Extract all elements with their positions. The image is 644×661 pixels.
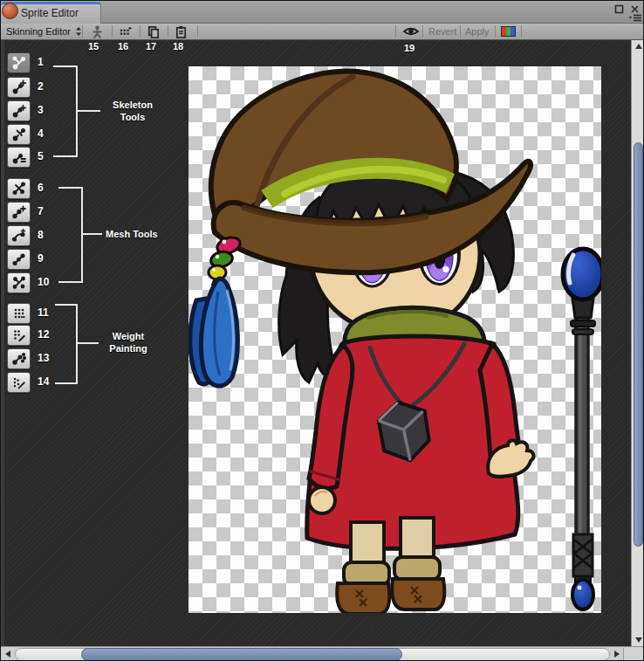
dropdown-arrows-icon (75, 26, 82, 37)
tool-number: 13 (38, 352, 58, 364)
scroll-left-button[interactable] (1, 647, 15, 661)
bracket-weights (55, 304, 78, 306)
close-button[interactable] (630, 4, 640, 14)
toolbar-separator (395, 25, 396, 38)
mode-dropdown-value: Skinning Editor (6, 26, 71, 37)
edit-bone-icon (11, 79, 27, 95)
callout-15: 15 (88, 41, 99, 52)
auto-weights-icon (11, 306, 27, 321)
bracket-weights (55, 382, 78, 384)
group-label-mesh: Mesh Tools (106, 228, 158, 240)
tool-number: 7 (38, 205, 58, 217)
tool-number: 8 (38, 229, 58, 241)
sprite-viewport[interactable] (188, 66, 601, 613)
group-label-skeleton: Skeleton Tools (102, 99, 163, 123)
arrow-up-icon (635, 44, 642, 49)
rgb-channels-button[interactable] (501, 24, 516, 39)
tool-auto-geometry[interactable] (7, 178, 31, 199)
rgb-swatch-icon (501, 26, 516, 37)
sprite-editor-window: Sprite Editor Skinning Editor (0, 0, 644, 661)
bone-figure-icon (90, 24, 105, 39)
apply-label: Apply (465, 26, 490, 37)
arrow-left-icon (5, 651, 10, 658)
tool-split-bone[interactable] (7, 124, 31, 145)
toolbar-separator (112, 25, 113, 38)
tool-number: 10 (38, 276, 58, 288)
group-label-line: Tools (102, 111, 163, 123)
vertical-scroll-thumb[interactable] (634, 142, 643, 547)
toolbar-separator (521, 25, 522, 38)
group-label-line: Weight (100, 330, 156, 342)
maximize-icon (614, 4, 624, 14)
revert-label: Revert (428, 26, 456, 37)
close-icon (630, 4, 640, 14)
tool-create-vertex[interactable] (7, 225, 31, 246)
bracket-mesh (81, 187, 83, 283)
staff (563, 249, 601, 609)
apply-button[interactable]: Apply (465, 24, 490, 39)
window-title: Sprite Editor (21, 7, 79, 19)
title-bar: Sprite Editor (1, 1, 644, 24)
toolbar-separator (495, 25, 496, 38)
tool-number: 4 (38, 127, 58, 140)
auto-geometry-icon (11, 181, 27, 196)
vertical-scrollbar[interactable] (631, 40, 644, 646)
paste-button[interactable] (174, 24, 188, 39)
bracket-skeleton (53, 155, 78, 157)
tool-number: 6 (38, 182, 58, 194)
tool-number: 12 (38, 328, 58, 341)
toolbar-separator (197, 25, 198, 38)
scrollbar-corner (623, 648, 644, 661)
group-label-line: Skeleton (102, 99, 163, 111)
scroll-down-button[interactable] (632, 634, 644, 646)
create-edge-icon (11, 251, 27, 267)
tool-create-edge[interactable] (7, 249, 31, 270)
revert-button[interactable]: Revert (428, 24, 456, 39)
tool-number: 14 (38, 375, 58, 388)
bracket-mesh (58, 281, 83, 283)
visibility-button[interactable] (402, 24, 420, 39)
window-menu-button[interactable] (628, 14, 642, 23)
split-bone-icon (11, 127, 27, 142)
group-label-weights: Weight Painting (100, 330, 156, 355)
group-label-line: Painting (100, 342, 156, 355)
callout-16: 16 (118, 41, 128, 52)
edit-geometry-icon (11, 204, 27, 220)
tool-number: 2 (38, 80, 58, 93)
scroll-right-button[interactable] (610, 647, 624, 661)
toolbar-separator (422, 25, 423, 38)
sprite-dots-button[interactable] (118, 24, 133, 39)
tool-split-edge[interactable] (7, 272, 31, 293)
horizontal-scrollbar[interactable] (1, 646, 644, 661)
visibility-eye-icon (402, 25, 420, 38)
horizontal-scroll-thumb[interactable] (81, 648, 402, 661)
tool-weight-slider[interactable] (7, 325, 31, 346)
tool-bone-influence[interactable] (7, 372, 31, 393)
unity-playhead-icon (2, 3, 18, 19)
tool-reparent-bone[interactable] (7, 147, 31, 168)
tool-preview-pose[interactable] (7, 52, 31, 73)
maximize-button[interactable] (614, 4, 624, 14)
tool-number: 11 (38, 306, 58, 319)
arrow-down-icon (635, 637, 642, 643)
main-toolbar: Skinning Editor (1, 24, 644, 40)
scroll-up-button[interactable] (632, 40, 644, 52)
copy-button[interactable] (146, 24, 161, 39)
window-menu-icon (628, 14, 642, 23)
callout-17: 17 (146, 41, 156, 52)
group-label-line: Mesh Tools (106, 228, 158, 240)
tool-edit-bone[interactable] (7, 77, 31, 98)
toolbar-separator (460, 25, 461, 38)
tool-edit-geometry[interactable] (7, 202, 31, 223)
bone-figure-button[interactable] (90, 24, 105, 39)
bracket-skeleton (53, 65, 78, 67)
bracket-skeleton (78, 110, 100, 112)
skinning-editor-canvas[interactable]: 15 16 17 18 19 1 2 (4, 40, 631, 646)
bracket-mesh (58, 187, 83, 189)
tool-weight-brush[interactable] (7, 348, 31, 369)
tool-create-bone[interactable] (7, 100, 31, 121)
create-bone-icon (11, 103, 27, 119)
arrow-right-icon (614, 651, 620, 658)
tool-auto-weights[interactable] (7, 303, 31, 324)
mode-dropdown[interactable]: Skinning Editor (6, 24, 82, 39)
